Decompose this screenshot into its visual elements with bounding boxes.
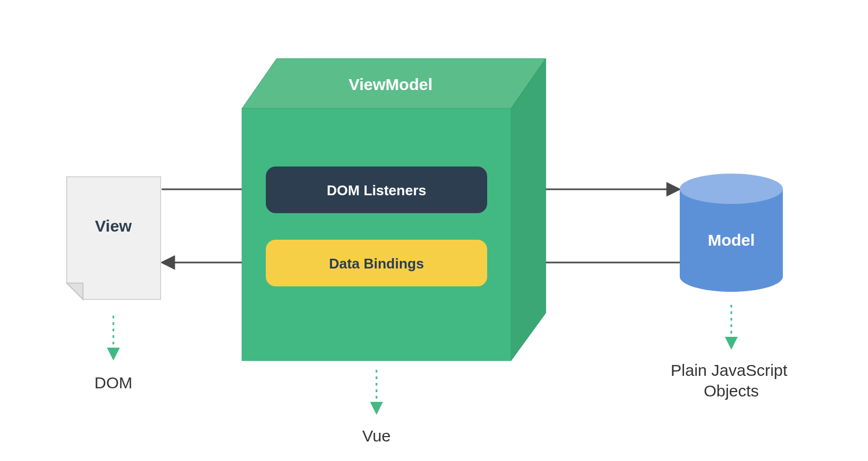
view-title: View: [95, 217, 132, 235]
data-bindings-label: Data Bindings: [329, 255, 424, 272]
viewmodel-caption: Vue: [362, 427, 391, 445]
model-caption-line1: Plain JavaScript: [671, 361, 788, 379]
cube-side-face: [511, 59, 546, 361]
diagram-svg: ViewModel DOM Listeners Data Bindings Vi…: [0, 0, 868, 461]
svg-point-2: [680, 174, 783, 204]
cube-front-face: [242, 108, 511, 361]
model-caption-line2: Objects: [704, 382, 759, 400]
dom-listeners-box: DOM Listeners: [266, 167, 487, 213]
model-title: Model: [708, 231, 755, 249]
view-document-icon: [67, 177, 161, 299]
model-caption: Plain JavaScript Objects: [671, 361, 792, 400]
viewmodel-title: ViewModel: [349, 75, 432, 93]
data-bindings-box: Data Bindings: [266, 240, 487, 286]
mvvm-diagram: ViewModel DOM Listeners Data Bindings Vi…: [0, 0, 868, 461]
view-caption: DOM: [94, 374, 132, 392]
dom-listeners-label: DOM Listeners: [327, 182, 426, 199]
